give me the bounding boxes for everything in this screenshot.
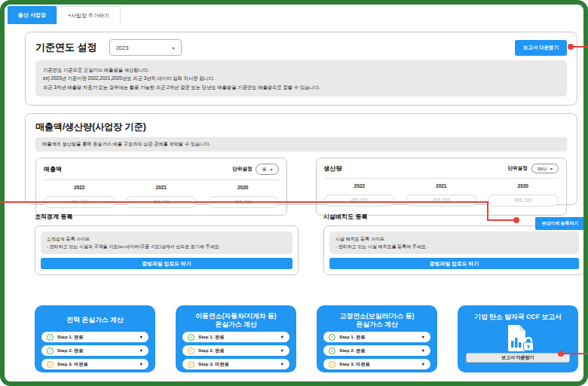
check-circle-icon: ✓ [47,348,54,354]
year-label: 2022 [324,183,396,188]
step-row[interactable]: ✓ Step 2. 완료 ▼ [41,345,149,356]
sales-production-title: 매출액/생산량(사업장 기준) [35,121,567,133]
production-unit-value: SKU [537,167,547,171]
step-row[interactable]: ✓ Step 2. 완료 ▼ [182,345,289,356]
ccf-report-title: 기업 탄소 발자국 CCF 보고서 [474,313,562,322]
base-year-select[interactable]: 2023 ▾ [109,39,182,56]
base-year-section: 기준연도 설정 2023 ▾ 보고서 다운받기 기준연도 기준으로 온실가스 배… [25,32,577,106]
step-label: Step 1. 완료 [198,334,224,341]
card-title: 이동연소(자동차/지게차 등) [182,312,289,320]
guide-line: 최근 3개년 배출량 자료가 없는 경우에는 활용 가능한 최근 2개년 평균 … [43,83,559,91]
chevron-down-icon: ▼ [421,362,425,366]
step-label: Step 2. 완료 [57,348,83,354]
check-circle-icon: ✓ [188,361,194,368]
chevron-down-icon: ▼ [139,348,143,353]
revenue-unit-select[interactable]: 원 ▾ [256,164,278,175]
card-title: 전력 온실가스 계산 [41,316,149,324]
app-window: 울산 사업장 +사업장 추가하기 기준연도 설정 2023 ▾ 보고서 다운받기… [0,0,588,386]
check-circle-icon: ✓ [47,361,54,368]
sales-production-guide: 매출액과 생산량을 통해 온실가스 배출 규모와의 상관 관계를 파악할 수 있… [35,137,567,152]
guide-title: 조직경계 등록 가이드 [47,235,286,243]
guide-line: ex) 2023년 기준이면 2022,2021,2020년도 최근 3년치 데… [43,74,559,82]
step-row[interactable]: ✓ Step 3. 미완료 ▼ [323,359,430,369]
production-2021-input[interactable] [406,195,477,207]
year-label: 2020 [488,183,559,188]
guide-line: - 관리하고 있는 시설 배치도를 등록해 주세요. [335,243,573,250]
unit-setting-label: 단위설정 [508,165,528,172]
check-circle-icon: ✓ [329,348,335,354]
card-title-line2: 온실가스 계산 [323,320,430,329]
card-title: 고정연소(보일러/가스 등) [323,312,430,320]
chevron-down-icon: ▼ [280,362,284,366]
annotation-dot-change-button [513,217,519,223]
guide-line: 기준연도 기준으로 온실가스 배출량을 계산합니다. [43,66,559,74]
chevron-down-icon: ▾ [550,166,553,171]
chevron-down-icon: ▾ [173,45,175,51]
step-row[interactable]: ✓ Step 3. 미완료 ▼ [41,359,149,369]
facility-layout-guide: 시설 배치도 등록 가이드 - 관리하고 있는 시설 배치도를 등록해 주세요. [329,231,579,254]
guide-title: 시설 배치도 등록 가이드 [335,235,573,243]
base-year-value: 2023 [116,44,129,51]
tab-add-site[interactable]: +사업장 추가하기 [57,6,121,24]
check-circle-icon: ✓ [47,334,54,341]
year-label: 2021 [126,185,198,190]
step-row[interactable]: ✓ Step 3. 미완료 ▼ [182,359,289,369]
step-row[interactable]: ✓ Step 1. 완료 ▼ [41,332,149,342]
report-download-button[interactable]: 보고서 다운받기 [515,40,567,56]
step-row[interactable]: ✓ Step 1. 완료 ▼ [182,332,289,342]
annotation-line-bottom-report [561,353,588,354]
ccf-report-download-button[interactable]: 보고서 다운받기 [466,353,570,363]
stationary-combustion-ghg-card: 고정연소(보일러/가스 등) 온실가스 계산 ✓ Step 1. 완료 ▼ ✓ … [317,305,437,372]
report-lock-icon [502,324,534,351]
step-label: Step 2. 완료 [339,348,365,354]
chevron-down-icon: ▼ [139,335,143,339]
step-row[interactable]: ✓ Step 2. 완료 ▼ [323,345,430,356]
base-year-guide: 기준연도 기준으로 온실가스 배출량을 계산합니다. ex) 2023년 기준이… [35,60,567,96]
unit-setting-label: 단위설정 [232,166,252,173]
chevron-down-icon: ▼ [139,362,143,366]
base-year-title: 기준연도 설정 [35,41,97,54]
check-circle-icon: ✓ [329,334,335,341]
step-label: Step 1. 완료 [339,334,365,341]
production-2020-input[interactable] [488,195,559,207]
chevron-down-icon: ▼ [421,335,425,339]
chevron-down-icon: ▼ [280,335,284,339]
year-label: 2021 [406,183,477,188]
revenue-panel: 매출액 단위설정 원 ▾ 2022 2021 [35,158,287,216]
annotation-line-middle-vertical [487,201,488,221]
calculation-cards-row: 전력 온실가스 계산 ✓ Step 1. 완료 ▼ ✓ Step 2. 완료 ▼… [35,305,578,372]
chevron-down-icon: ▼ [421,348,425,353]
facility-upload-button[interactable]: 증빙파일 업로드 하기 [329,258,579,269]
production-2022-input[interactable] [324,195,396,207]
check-circle-icon: ✓ [188,334,194,341]
sales-production-section: 매출액/생산량(사업장 기준) 매출액과 생산량을 통해 온실가스 배출 규모와… [25,113,577,205]
step-label: Step 3. 미완료 [339,361,370,368]
step-row[interactable]: ✓ Step 1. 완료 ▼ [323,332,430,342]
org-boundary-guide: 조직경계 등록 가이드 - 관리하고 있는 시설의 구역을 지도(ex.네이버/… [41,231,292,254]
annotation-dot-bottom-report [558,351,564,357]
mobile-combustion-ghg-card: 이동연소(자동차/지게차 등) 온실가스 계산 ✓ Step 1. 완료 ▼ ✓… [176,305,296,372]
org-boundary-title: 조직경계 등록 [35,213,299,222]
boundary-upload-button[interactable]: 증빙파일 업로드 하기 [41,258,292,269]
revenue-unit-value: 원 [262,166,266,173]
production-unit-select[interactable]: SKU ▾ [531,164,559,173]
year-label: 2020 [207,185,279,190]
change-history-button[interactable]: 변경이력 등록하기 [535,217,585,230]
card-title-line2: 온실가스 계산 [182,320,289,329]
step-label: Step 3. 미완료 [57,361,88,368]
tab-ulsan-site[interactable]: 울산 사업장 [8,6,57,24]
step-label: Step 3. 미완료 [198,361,229,368]
ccf-report-card: 기업 탄소 발자국 CCF 보고서 보고서 다운받기 [458,305,578,372]
check-circle-icon: ✓ [188,348,194,354]
check-circle-icon: ✓ [329,361,335,368]
chevron-down-icon: ▾ [270,167,272,172]
org-boundary-block: 조직경계 등록 조직경계 등록 가이드 - 관리하고 있는 시설의 구역을 지도… [35,213,299,275]
step-label: Step 2. 완료 [198,348,224,354]
year-label: 2022 [44,185,115,190]
annotation-line-middle-horizontal [0,201,488,203]
electricity-ghg-card: 전력 온실가스 계산 ✓ Step 1. 완료 ▼ ✓ Step 2. 완료 ▼… [35,305,155,372]
guide-line: - 관리하고 있는 시설의 구역을 지도(ex.네이버/구글 지도)상에서 선으… [47,243,286,250]
annotation-dot-top-report [568,44,574,50]
revenue-label: 매출액 [44,165,62,173]
production-label: 생산량 [324,164,342,173]
